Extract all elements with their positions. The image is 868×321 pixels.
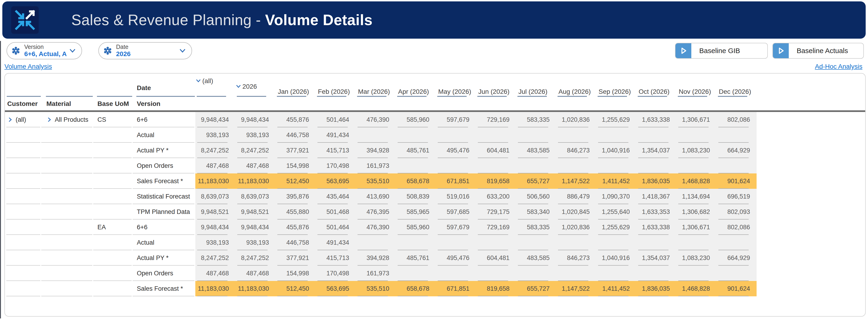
value-cell[interactable]: [516, 235, 556, 250]
value-cell[interactable]: 485,761: [396, 250, 436, 265]
value-cell[interactable]: [396, 265, 436, 281]
value-cell[interactable]: [636, 158, 676, 173]
value-cell[interactable]: 802,086: [716, 112, 756, 127]
chevron-down-icon[interactable]: [236, 83, 242, 90]
value-cell[interactable]: 377,921: [276, 250, 316, 265]
value-cell[interactable]: 1,306,671: [676, 219, 716, 235]
value-cell[interactable]: 1,418,367: [636, 189, 676, 204]
value-cell[interactable]: 1,836,035: [636, 173, 676, 189]
value-cell[interactable]: [436, 265, 476, 281]
chevron-down-icon[interactable]: [195, 78, 202, 84]
customer-cell[interactable]: (all): [6, 112, 41, 127]
value-cell[interactable]: 11,183,030: [236, 281, 276, 296]
value-cell[interactable]: 938,193: [195, 127, 236, 143]
value-cell[interactable]: 1,147,522: [556, 173, 596, 189]
value-cell[interactable]: 1,020,845: [556, 204, 596, 219]
value-cell[interactable]: 1,354,037: [636, 143, 676, 158]
value-cell[interactable]: 377,921: [276, 143, 316, 158]
value-cell[interactable]: 1,411,452: [596, 281, 636, 296]
value-cell[interactable]: 583,335: [516, 112, 556, 127]
value-cell[interactable]: [556, 265, 596, 281]
chevron-down-icon[interactable]: [179, 47, 186, 55]
value-cell[interactable]: 519,016: [436, 189, 476, 204]
value-cell[interactable]: [596, 235, 636, 250]
value-cell[interactable]: 413,690: [356, 189, 396, 204]
value-cell[interactable]: [476, 158, 516, 173]
value-cell[interactable]: 938,193: [236, 235, 276, 250]
value-cell[interactable]: 9,948,434: [195, 219, 236, 235]
value-cell[interactable]: 846,273: [556, 143, 596, 158]
value-cell[interactable]: 491,434: [316, 235, 356, 250]
value-cell[interactable]: 170,498: [316, 265, 356, 281]
value-cell[interactable]: 729,169: [476, 219, 516, 235]
value-cell[interactable]: 1,306,682: [676, 204, 716, 219]
value-cell[interactable]: [676, 158, 716, 173]
value-cell[interactable]: [716, 235, 756, 250]
value-cell[interactable]: 1,633,338: [636, 112, 676, 127]
value-cell[interactable]: 1,255,629: [596, 219, 636, 235]
value-column-header[interactable]: (all): [195, 74, 236, 97]
value-cell[interactable]: 633,200: [476, 189, 516, 204]
value-cell[interactable]: 512,450: [276, 173, 316, 189]
value-cell[interactable]: 446,758: [276, 235, 316, 250]
value-cell[interactable]: 8,247,252: [195, 250, 236, 265]
value-cell[interactable]: 938,193: [236, 127, 276, 143]
value-cell[interactable]: 9,948,521: [236, 204, 276, 219]
value-cell[interactable]: 483,585: [516, 250, 556, 265]
value-cell[interactable]: 671,851: [436, 173, 476, 189]
value-cell[interactable]: 597,685: [436, 204, 476, 219]
value-cell[interactable]: 886,479: [556, 189, 596, 204]
value-cell[interactable]: [676, 127, 716, 143]
value-cell[interactable]: 435,464: [316, 189, 356, 204]
value-cell[interactable]: 1,090,370: [596, 189, 636, 204]
value-cell[interactable]: 563,695: [316, 281, 356, 296]
value-cell[interactable]: 154,998: [276, 265, 316, 281]
value-cell[interactable]: [676, 265, 716, 281]
value-cell[interactable]: 696,519: [716, 189, 756, 204]
value-cell[interactable]: 729,175: [476, 204, 516, 219]
chevron-down-icon[interactable]: [68, 47, 76, 55]
value-cell[interactable]: 1,134,694: [676, 189, 716, 204]
value-cell[interactable]: [396, 158, 436, 173]
value-cell[interactable]: 802,086: [716, 219, 756, 235]
value-cell[interactable]: 583,335: [516, 219, 556, 235]
value-cell[interactable]: 487,468: [236, 158, 276, 173]
value-cell[interactable]: [676, 235, 716, 250]
baseline-gib-button[interactable]: Baseline GIB: [675, 43, 768, 59]
value-cell[interactable]: 535,510: [356, 173, 396, 189]
value-cell[interactable]: 1,147,522: [556, 281, 596, 296]
value-cell[interactable]: 604,481: [476, 143, 516, 158]
value-cell[interactable]: 846,273: [556, 250, 596, 265]
value-column-header[interactable]: 2026: [236, 74, 276, 97]
value-cell[interactable]: [636, 265, 676, 281]
value-cell[interactable]: 495,476: [436, 250, 476, 265]
value-cell[interactable]: 604,481: [476, 250, 516, 265]
value-cell[interactable]: 583,340: [516, 204, 556, 219]
value-cell[interactable]: 1,083,230: [676, 250, 716, 265]
value-cell[interactable]: 8,639,073: [195, 189, 236, 204]
value-cell[interactable]: 161,973: [356, 265, 396, 281]
value-cell[interactable]: 455,876: [276, 112, 316, 127]
value-cell[interactable]: [476, 265, 516, 281]
value-cell[interactable]: 487,468: [236, 265, 276, 281]
value-cell[interactable]: [356, 127, 396, 143]
value-cell[interactable]: 1,354,037: [636, 250, 676, 265]
value-cell[interactable]: 8,247,252: [236, 143, 276, 158]
value-cell[interactable]: [516, 127, 556, 143]
value-cell[interactable]: 585,965: [396, 204, 436, 219]
value-cell[interactable]: 9,948,521: [195, 204, 236, 219]
value-cell[interactable]: 819,658: [476, 281, 516, 296]
value-cell[interactable]: 585,960: [396, 112, 436, 127]
value-cell[interactable]: 455,880: [276, 204, 316, 219]
value-cell[interactable]: 585,960: [396, 219, 436, 235]
value-cell[interactable]: 563,695: [316, 173, 356, 189]
value-cell[interactable]: [516, 158, 556, 173]
value-cell[interactable]: 487,468: [195, 158, 236, 173]
value-cell[interactable]: 901,624: [716, 173, 756, 189]
value-cell[interactable]: 8,247,252: [195, 143, 236, 158]
value-cell[interactable]: 506,560: [516, 189, 556, 204]
value-cell[interactable]: 1,255,640: [596, 204, 636, 219]
value-cell[interactable]: 495,476: [436, 143, 476, 158]
value-cell[interactable]: 1,040,916: [596, 250, 636, 265]
value-cell[interactable]: 1,468,828: [676, 173, 716, 189]
